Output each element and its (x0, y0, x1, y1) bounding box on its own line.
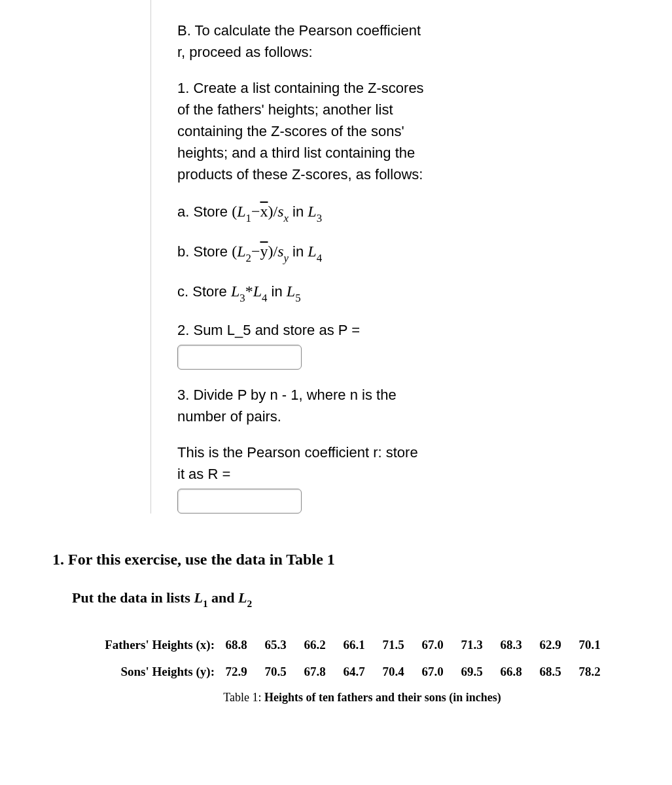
data-val: 67.0 (419, 636, 446, 655)
data-val: 70.1 (576, 636, 603, 655)
data-val: 67.8 (301, 663, 328, 682)
data-val: 68.8 (222, 636, 250, 655)
step1b-in: in (289, 243, 308, 260)
step-1c: c. Store L3*L4 in L5 (177, 279, 426, 305)
pearson-result: This is the Pearson coefficient r: store… (177, 442, 426, 514)
data-val: 66.8 (497, 663, 525, 682)
formula-1b: (L2−y)/sy (232, 243, 289, 260)
sons-values: 72.9 70.5 67.8 64.7 70.4 67.0 69.5 66.8 … (222, 663, 603, 682)
subtitle-and: and (208, 589, 238, 606)
data-val: 68.3 (497, 636, 525, 655)
formula-1c: L3*L4 (231, 283, 268, 300)
sons-label: Sons' Heights (y): (79, 663, 222, 682)
fathers-row: Fathers' Heights (x): 68.8 65.3 66.2 66.… (79, 636, 646, 655)
p-input[interactable] (177, 345, 302, 370)
exercise-title: 1. For this exercise, use the data in Ta… (52, 548, 646, 571)
data-val: 70.5 (262, 663, 289, 682)
l5-label: L5 (287, 283, 301, 300)
data-table: Fathers' Heights (x): 68.8 65.3 66.2 66.… (79, 636, 646, 706)
section-b-intro: B. To calculate the Pearson coefficient … (177, 20, 426, 63)
step1b-prefix: b. Store (177, 243, 232, 260)
l1-sub: 1 (203, 598, 208, 609)
l2-sub: 2 (247, 598, 253, 609)
step-1: 1. Create a list containing the Z-scores… (177, 77, 426, 185)
step-3: 3. Divide P by n - 1, where n is the num… (177, 384, 426, 427)
l1-var: L (194, 589, 202, 606)
l4-label: L4 (308, 243, 322, 260)
data-val: 67.0 (419, 663, 446, 682)
l2-var: L (238, 589, 247, 606)
data-val: 62.9 (537, 636, 564, 655)
intro-text: B. To calculate the Pearson coefficient … (177, 20, 426, 63)
data-val: 64.7 (340, 663, 368, 682)
exercise-section: 1. For this exercise, use the data in Ta… (0, 528, 672, 746)
table-caption: Table 1: Heights of ten fathers and thei… (79, 689, 646, 706)
step1a-prefix: a. Store (177, 203, 232, 220)
step-2: 2. Sum L_5 and store as P = (177, 319, 426, 370)
sons-row: Sons' Heights (y): 72.9 70.5 67.8 64.7 7… (79, 663, 646, 682)
data-val: 68.5 (537, 663, 564, 682)
data-val: 66.1 (340, 636, 368, 655)
data-val: 72.9 (222, 663, 250, 682)
pearson-text: This is the Pearson coefficient r: store… (177, 442, 426, 485)
step-1b: b. Store (L2−y)/sy in L4 (177, 239, 426, 265)
data-val: 78.2 (576, 663, 603, 682)
data-val: 69.5 (458, 663, 486, 682)
exercise-subtitle: Put the data in lists L1 and L2 (72, 587, 646, 610)
step3-text: 3. Divide P by n - 1, where n is the num… (177, 384, 426, 427)
formula-1a: (L1−x)/sx (232, 203, 289, 220)
step-1a: a. Store (L1−x)/sx in L3 (177, 200, 426, 225)
data-val: 65.3 (262, 636, 289, 655)
data-val: 71.5 (380, 636, 407, 655)
data-val: 70.4 (380, 663, 407, 682)
fathers-label: Fathers' Heights (x): (79, 636, 222, 655)
data-val: 71.3 (458, 636, 486, 655)
step2-text: 2. Sum L_5 and store as P = (177, 319, 426, 341)
fathers-values: 68.8 65.3 66.2 66.1 71.5 67.0 71.3 68.3 … (222, 636, 603, 655)
step1c-in: in (267, 283, 286, 300)
data-val: 66.2 (301, 636, 328, 655)
r-input[interactable] (177, 489, 302, 514)
step1c-prefix: c. Store (177, 283, 231, 300)
l3-label: L3 (308, 203, 322, 220)
instructions-panel: B. To calculate the Pearson coefficient … (150, 0, 672, 514)
subtitle-prefix: Put the data in lists (72, 589, 194, 606)
caption-prefix: Table 1: (223, 691, 264, 704)
caption-text: Heights of ten fathers and their sons (i… (264, 691, 501, 704)
step1-text: 1. Create a list containing the Z-scores… (177, 77, 426, 185)
step1a-in: in (289, 203, 308, 220)
